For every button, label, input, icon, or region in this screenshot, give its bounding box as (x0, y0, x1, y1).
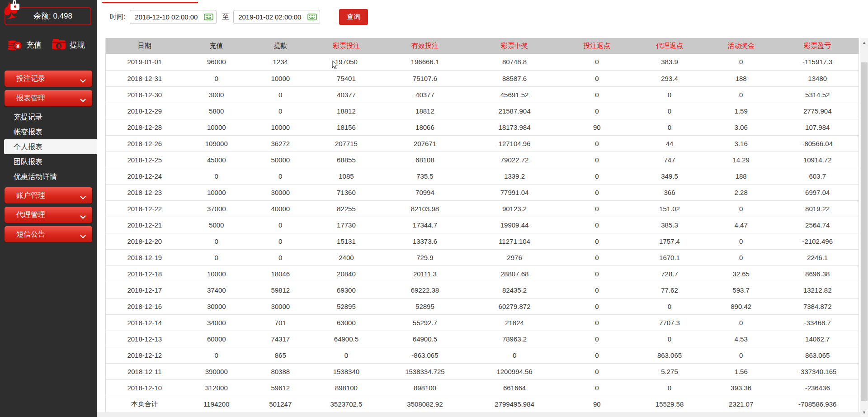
cell: 701 (250, 314, 311, 331)
cell: 0 (706, 200, 777, 217)
balance-label: 余额: (33, 12, 51, 20)
cell: 90 (561, 119, 634, 135)
withdraw-button[interactable]: ¥ 提现 (52, 37, 85, 53)
cell: 10000 (183, 265, 250, 282)
cell: 34000 (183, 314, 250, 331)
sidebar-item-recharge-withdraw-records[interactable]: 充提记录 (0, 109, 97, 124)
cell: 0 (561, 135, 634, 152)
cell: 393.36 (706, 379, 777, 396)
cell: 14062.7 (776, 331, 859, 347)
cell: 10000 (183, 119, 250, 135)
cell: 2019-01-01 (106, 54, 183, 70)
cell: 0 (633, 379, 706, 396)
cell: 5.275 (633, 363, 706, 379)
cell: 2400 (311, 249, 382, 265)
scroll-down-icon[interactable]: ▼ (860, 409, 868, 416)
cell: 593.7 (706, 282, 777, 298)
cell: 2775.904 (776, 103, 859, 119)
cell: 1234 (250, 54, 311, 70)
cell: 0 (561, 86, 634, 103)
sidebar: 余额: 0.498 ♠ ¥ 充值 (0, 0, 97, 417)
cell: 21824 (468, 314, 560, 331)
cell: 1085 (311, 168, 382, 184)
sidebar-item-reports[interactable]: 报表管理 (5, 90, 92, 106)
cell: 18812 (311, 103, 382, 119)
scrollbar-thumb[interactable] (861, 62, 868, 401)
sidebar-item-personal-report[interactable]: 个人报表 (4, 139, 97, 154)
cell: 0 (311, 347, 382, 363)
cell: 18066 (381, 119, 468, 135)
cell: 30000 (183, 298, 250, 314)
cell: 13212.82 (776, 282, 859, 298)
cell: 890.42 (706, 298, 777, 314)
cell: 30000 (250, 184, 311, 200)
cell: 82255 (311, 200, 382, 217)
cell: 4.47 (706, 217, 777, 233)
cell: -863.065 (381, 347, 468, 363)
cell: 0 (561, 54, 634, 70)
cell: 17730 (311, 217, 382, 233)
sidebar-item-sms-announcement[interactable]: 短信公告 (5, 226, 92, 242)
cell: 2564.74 (776, 217, 859, 233)
table-row: 2018-12-2237000400008225582103.9890123.2… (106, 200, 859, 217)
cell: 2018-12-29 (106, 103, 183, 119)
keyboard-icon[interactable] (204, 14, 213, 22)
sidebar-item-promo-detail[interactable]: 优惠活动详情 (0, 169, 97, 184)
cell: 383.9 (633, 54, 706, 70)
cell: 188 (706, 70, 777, 86)
cell: 60000 (183, 331, 250, 347)
recharge-button[interactable]: ¥ 充值 (7, 37, 42, 53)
bottom-strip (97, 412, 860, 417)
cell: 1538340 (311, 363, 382, 379)
chevron-down-icon (80, 96, 86, 104)
cell: 349.5 (633, 168, 706, 184)
cell: 0 (183, 168, 250, 184)
column-header: 充值 (183, 38, 250, 54)
sidebar-item-agent-management[interactable]: 代理管理 (5, 207, 92, 223)
cell: 69300 (311, 282, 382, 298)
active-tab-underline (102, 2, 198, 3)
cell: 197050 (311, 54, 382, 70)
cell: 0 (250, 217, 311, 233)
table-header-row: 日期充值提款彩票投注有效投注彩票中奖投注返点代理返点活动奖金彩票盈亏 (106, 38, 859, 54)
cell: 17344.7 (381, 217, 468, 233)
withdraw-label: 提现 (70, 40, 85, 50)
cell: 52895 (381, 298, 468, 314)
cell: 2018-12-20 (106, 233, 183, 249)
cell: 37000 (183, 200, 250, 217)
cell: 0 (250, 86, 311, 103)
cell: 3000 (183, 86, 250, 103)
query-button[interactable]: 查询 (339, 9, 368, 25)
scroll-up-icon[interactable]: ▲ (860, 39, 868, 46)
cell: 728.7 (633, 265, 706, 282)
cell: 90 (561, 396, 634, 412)
sidebar-item-account-management[interactable]: 账户管理 (5, 187, 92, 204)
keyboard-icon[interactable] (307, 14, 317, 22)
sidebar-item-account-change-report[interactable]: 帐变报表 (0, 124, 97, 139)
sidebar-item-bet-records[interactable]: 投注记录 (5, 71, 92, 87)
cell: 77991.04 (468, 184, 560, 200)
cell: 107.984 (776, 119, 859, 135)
cell: 18173.984 (468, 119, 560, 135)
cell: 865 (250, 347, 311, 363)
cell: 1200994.56 (468, 363, 560, 379)
cell: 5800 (183, 103, 250, 119)
cell: 2018-12-13 (106, 331, 183, 347)
cell: 2018-12-18 (106, 265, 183, 282)
cell: 74317 (250, 331, 311, 347)
wallet-icon: ¥ (52, 38, 66, 52)
cell: 385.3 (633, 217, 706, 233)
cell: 78963.2 (468, 331, 560, 347)
column-header: 代理返点 (633, 38, 706, 54)
chevron-down-icon (80, 213, 86, 221)
sidebar-item-team-report[interactable]: 团队报表 (0, 154, 97, 169)
cell: 40377 (311, 86, 382, 103)
cell: 14.29 (706, 152, 777, 168)
cell: 7707.3 (633, 314, 706, 331)
cell: 2018-12-28 (106, 119, 183, 135)
cell: 0 (183, 233, 250, 249)
cell: 10000 (250, 70, 311, 86)
cell: 6997.04 (776, 184, 859, 200)
balance-value: 0.498 (53, 12, 72, 20)
cell: 2018-12-25 (106, 152, 183, 168)
